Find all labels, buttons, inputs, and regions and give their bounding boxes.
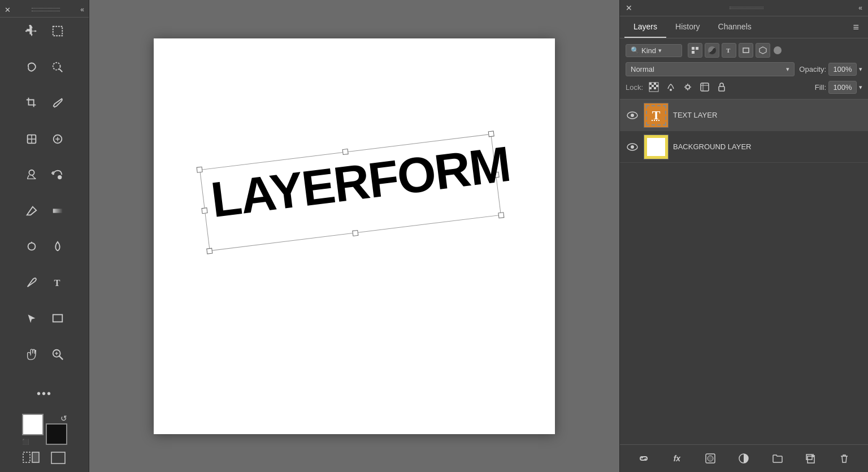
swap-colors-btn[interactable]: ↺ (60, 414, 67, 423)
layer-item-text[interactable]: T TEXT LAYER (620, 99, 868, 131)
add-adjustment-btn[interactable] (735, 449, 753, 467)
crop-tool[interactable] (19, 92, 44, 114)
reset-colors-btn[interactable]: ⬛ (22, 439, 29, 445)
blend-mode-select[interactable]: Normal ▾ (626, 62, 795, 76)
create-group-btn[interactable] (769, 449, 787, 467)
history-brush[interactable] (45, 163, 70, 186)
svg-line-12 (59, 356, 62, 359)
panel-header-left: ✕ (626, 3, 635, 12)
new-layer-btn[interactable] (802, 449, 820, 467)
svg-rect-28 (654, 87, 656, 89)
fx-text: fx (674, 454, 680, 463)
move-tool[interactable] (19, 20, 44, 42)
layerform-text-container[interactable]: LAYERFORM (209, 138, 513, 224)
blend-row: Normal ▾ Opacity: 100% ▾ (626, 62, 862, 76)
eyedropper-tool[interactable] (45, 92, 70, 114)
toolbar-collapse-btn[interactable]: « (80, 6, 84, 14)
kind-dropdown-arrow: ▾ (658, 47, 662, 54)
gradient-tool[interactable] (45, 200, 70, 222)
layer-visibility-text[interactable] (626, 109, 639, 122)
lock-icons (646, 80, 729, 94)
color-swatches: ↺ ⬛ (22, 414, 67, 445)
eye-icon (627, 111, 638, 119)
opacity-value[interactable]: 100% (828, 63, 857, 76)
lock-position-btn[interactable] (680, 80, 695, 94)
filter-type-btn[interactable]: T (722, 43, 736, 58)
link-layers-btn[interactable] (635, 449, 653, 467)
filter-smartobject-btn[interactable] (756, 43, 770, 58)
background-layer-name: BACKGROUND LAYER (673, 142, 862, 151)
fill-value[interactable]: 100% (828, 81, 857, 94)
toolbar-close-btn[interactable]: ✕ (5, 6, 11, 14)
tab-channels[interactable]: Channels (709, 16, 761, 38)
stamp-tool[interactable] (19, 163, 44, 186)
panel-collapse-btn[interactable]: « (858, 4, 862, 12)
text-layer-thumbnail: T (644, 103, 669, 128)
svg-point-6 (58, 175, 62, 179)
panel-menu-btn[interactable]: ≡ (848, 19, 863, 36)
background-color-swatch[interactable] (46, 423, 67, 445)
marquee-tool[interactable] (45, 20, 70, 42)
fill-control: Fill: 100% ▾ (815, 81, 862, 94)
filter-shape-btn[interactable] (739, 43, 753, 58)
transform-handle-tr[interactable] (488, 131, 494, 137)
transform-handle-bm[interactable] (352, 229, 358, 236)
lock-row: Lock: (626, 80, 862, 94)
kind-row: 🔍 Kind ▾ T (626, 43, 862, 58)
blend-mode-value: Normal (631, 65, 654, 73)
lasso-tool[interactable] (19, 56, 44, 79)
canvas-document[interactable]: LAYERFORM (154, 38, 555, 434)
pixel-icon (691, 46, 699, 54)
healing-brush[interactable] (45, 128, 70, 150)
screen-mode-btn[interactable] (46, 448, 71, 467)
layer-controls: 🔍 Kind ▾ T (620, 38, 868, 99)
transform-handle-tm[interactable] (342, 148, 349, 154)
transform-handle-ml[interactable] (201, 207, 207, 213)
delete-layer-btn[interactable] (835, 449, 853, 467)
panel-close-btn[interactable]: ✕ (626, 3, 632, 12)
lock-artboard-btn[interactable] (697, 80, 712, 94)
left-toolbar: ✕ « (0, 0, 89, 472)
layer-item-background[interactable]: BACKGROUND LAYER (620, 131, 868, 163)
lock-image-btn[interactable] (663, 80, 678, 94)
quick-mask-btn[interactable] (19, 448, 44, 467)
layer-visibility-background[interactable] (626, 140, 639, 154)
toolbar-header: ✕ « (0, 2, 89, 18)
lock-transparency-btn[interactable] (646, 80, 661, 94)
filter-adjustment-btn[interactable] (705, 43, 719, 58)
opacity-arrow[interactable]: ▾ (859, 66, 862, 73)
foreground-color-swatch[interactable] (22, 414, 44, 435)
shape-tool[interactable] (45, 307, 70, 330)
layer-effects-btn[interactable]: fx (668, 449, 686, 467)
svg-rect-15 (51, 452, 65, 464)
more-tools-btn[interactable]: ••• (32, 382, 57, 405)
filter-mode-indicator (774, 46, 782, 54)
patch-tool[interactable] (19, 128, 44, 150)
hand-tool[interactable] (19, 343, 44, 366)
kind-label: Kind (641, 46, 656, 55)
svg-rect-23 (649, 83, 652, 85)
tab-layers[interactable]: Layers (624, 16, 666, 38)
fill-arrow[interactable]: ▾ (859, 84, 862, 91)
panel-footer: fx (620, 444, 868, 472)
type-tool[interactable]: T (45, 271, 70, 294)
link-icon (638, 453, 649, 464)
svg-rect-0 (53, 27, 62, 36)
quick-select-tool[interactable] (45, 56, 70, 79)
dodge-tool[interactable] (19, 235, 44, 258)
kind-select[interactable]: 🔍 Kind ▾ (626, 44, 682, 57)
transform-handle-tl[interactable] (197, 166, 203, 172)
zoom-tool[interactable] (45, 343, 70, 366)
svg-rect-27 (649, 87, 652, 89)
burn-tool[interactable] (45, 235, 70, 258)
pen-tool[interactable] (19, 271, 44, 294)
lock-all-btn[interactable] (714, 80, 729, 94)
path-selection-tool[interactable] (19, 307, 44, 330)
add-mask-btn[interactable] (701, 449, 719, 467)
filter-pixel-btn[interactable] (688, 43, 702, 58)
tab-history[interactable]: History (666, 16, 709, 38)
transform-handle-bl[interactable] (206, 248, 212, 254)
eraser-tool[interactable] (19, 200, 44, 222)
svg-rect-16 (692, 47, 695, 50)
transform-handle-br[interactable] (498, 212, 504, 218)
